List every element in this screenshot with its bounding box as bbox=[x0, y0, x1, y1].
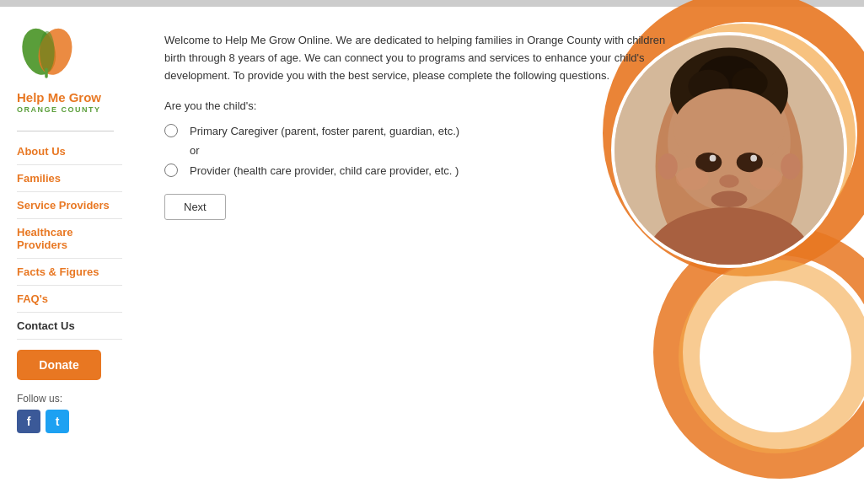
option2-container: Provider (health care provider, child ca… bbox=[164, 164, 830, 177]
next-button[interactable]: Next bbox=[164, 194, 226, 220]
page-wrapper: Help Me Grow ORANGE COUNTY About Us Fami… bbox=[0, 7, 864, 504]
sidebar: Help Me Grow ORANGE COUNTY About Us Fami… bbox=[0, 7, 122, 504]
svg-point-2 bbox=[40, 31, 55, 72]
option1-container: Primary Caregiver (parent, foster parent… bbox=[164, 124, 830, 137]
radio-caregiver-label[interactable]: Primary Caregiver (parent, foster parent… bbox=[190, 125, 459, 137]
sidebar-item-contact-us[interactable]: Contact Us bbox=[17, 313, 122, 340]
twitter-icon[interactable]: t bbox=[46, 410, 69, 433]
logo-text: Help Me Grow bbox=[17, 90, 122, 105]
sidebar-item-about-us[interactable]: About Us bbox=[17, 138, 122, 165]
social-icons: f t bbox=[17, 410, 122, 433]
svg-rect-3 bbox=[45, 68, 48, 78]
logo-sub: ORANGE COUNTY bbox=[17, 105, 122, 114]
radio-provider[interactable] bbox=[164, 164, 178, 177]
donate-button[interactable]: Donate bbox=[17, 350, 101, 380]
facebook-icon[interactable]: f bbox=[17, 410, 40, 433]
sidebar-item-healthcare-providers[interactable]: Healthcare Providers bbox=[17, 219, 122, 259]
or-text: or bbox=[190, 144, 830, 157]
sidebar-divider bbox=[17, 131, 114, 131]
top-bar bbox=[0, 0, 864, 7]
sidebar-item-facts-figures[interactable]: Facts & Figures bbox=[17, 259, 122, 286]
question-label: Are you the child's: bbox=[164, 99, 830, 112]
main-content: Welcome to Help Me Grow Online. We are d… bbox=[122, 7, 864, 504]
sidebar-item-service-providers[interactable]: Service Providers bbox=[17, 192, 122, 219]
follow-label: Follow us: bbox=[17, 393, 122, 405]
radio-provider-label[interactable]: Provider (health care provider, child ca… bbox=[190, 164, 459, 177]
radio-caregiver[interactable] bbox=[164, 124, 178, 137]
logo-container: Help Me Grow ORANGE COUNTY bbox=[17, 24, 122, 114]
sidebar-item-families[interactable]: Families bbox=[17, 165, 122, 192]
welcome-text: Welcome to Help Me Grow Online. We are d… bbox=[164, 32, 687, 84]
logo-icon bbox=[17, 24, 76, 83]
sidebar-item-faqs[interactable]: FAQ's bbox=[17, 286, 122, 313]
